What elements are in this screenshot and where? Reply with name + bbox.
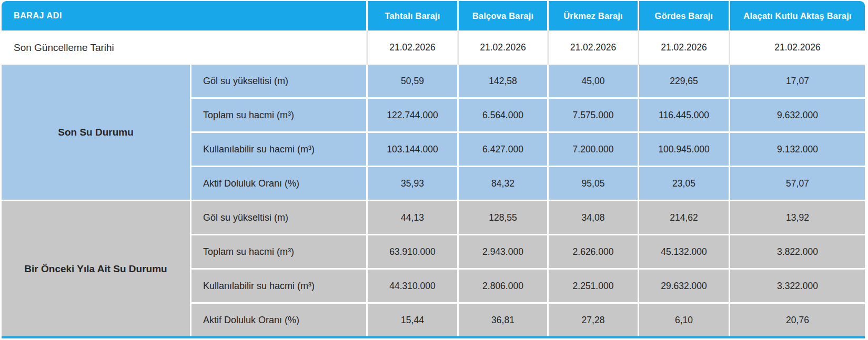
value-cell: 128,55 <box>459 201 547 234</box>
value-cell: 44.310.000 <box>368 270 457 302</box>
date-cell: 21.02.2026 <box>459 30 547 65</box>
value-cell: 3.322.000 <box>730 270 865 302</box>
header-col-gordes: Gördes Barajı <box>639 1 729 30</box>
value-cell: 50,59 <box>368 65 457 97</box>
section-label-previous: Bir Önceki Yıla Ait Su Durumu <box>2 201 190 336</box>
header-col-alacati: Alaçatı Kutlu Aktaş Barajı <box>730 1 865 30</box>
metric-label: Göl su yükseltisi (m) <box>191 65 366 97</box>
value-cell: 3.822.000 <box>730 235 865 268</box>
value-cell: 44,13 <box>368 201 457 234</box>
value-cell: 116.445.000 <box>639 99 729 131</box>
metric-label: Kullanılabilir su hacmi (m³) <box>191 133 366 166</box>
next-table-header-edge <box>2 336 865 338</box>
section-previous-year: Bir Önceki Yıla Ait Su Durumu Göl su yük… <box>2 201 865 336</box>
value-cell: 27,28 <box>549 304 638 336</box>
section-label-current: Son Su Durumu <box>2 65 190 200</box>
value-cell: 63.910.000 <box>368 235 457 268</box>
metric-label: Göl su yükseltisi (m) <box>191 201 366 234</box>
value-cell: 95,05 <box>549 167 638 200</box>
date-cell: 21.02.2026 <box>549 30 638 65</box>
update-date-label: Son Güncelleme Tarihi <box>2 30 366 65</box>
header-baraj-adi: BARAJ ADI <box>2 1 366 30</box>
date-cell: 21.02.2026 <box>730 30 865 65</box>
value-cell: 6,10 <box>639 304 729 336</box>
value-cell: 214,62 <box>639 201 729 234</box>
value-cell: 100.945.000 <box>639 133 729 166</box>
metric-label: Aktif Doluluk Oranı (%) <box>191 167 366 200</box>
value-cell: 17,07 <box>730 65 865 97</box>
value-cell: 2.806.000 <box>459 270 547 302</box>
value-cell: 6.564.000 <box>459 99 547 131</box>
metric-label: Toplam su hacmi (m³) <box>191 99 366 131</box>
value-cell: 20,76 <box>730 304 865 336</box>
value-cell: 34,08 <box>549 201 638 234</box>
value-cell: 45.132.000 <box>639 235 729 268</box>
value-cell: 36,81 <box>459 304 547 336</box>
dam-status-table: BARAJ ADI Tahtalı Barajı Balçova Barajı … <box>2 1 865 338</box>
value-cell: 142,58 <box>459 65 547 97</box>
value-cell: 2.943.000 <box>459 235 547 268</box>
value-cell: 84,32 <box>459 167 547 200</box>
section-current-status: Son Su Durumu Göl su yükseltisi (m) 50,5… <box>2 65 865 200</box>
value-cell: 9.632.000 <box>730 99 865 131</box>
value-cell: 29.632.000 <box>639 270 729 302</box>
value-cell: 45,00 <box>549 65 638 97</box>
metric-label: Toplam su hacmi (m³) <box>191 235 366 268</box>
value-cell: 6.427.000 <box>459 133 547 166</box>
value-cell: 2.626.000 <box>549 235 638 268</box>
value-cell: 122.744.000 <box>368 99 457 131</box>
value-cell: 2.251.000 <box>549 270 638 302</box>
update-date-row: Son Güncelleme Tarihi 21.02.2026 21.02.2… <box>2 30 865 65</box>
value-cell: 15,44 <box>368 304 457 336</box>
metric-label: Kullanılabilir su hacmi (m³) <box>191 270 366 302</box>
value-cell: 35,93 <box>368 167 457 200</box>
value-cell: 229,65 <box>639 65 729 97</box>
date-cell: 21.02.2026 <box>639 30 729 65</box>
header-col-balcova: Balçova Barajı <box>459 1 547 30</box>
value-cell: 57,07 <box>730 167 865 200</box>
value-cell: 9.132.000 <box>730 133 865 166</box>
value-cell: 7.575.000 <box>549 99 638 131</box>
table-header-row: BARAJ ADI Tahtalı Barajı Balçova Barajı … <box>2 1 865 30</box>
metric-label: Aktif Doluluk Oranı (%) <box>191 304 366 336</box>
header-col-tahtali: Tahtalı Barajı <box>368 1 457 30</box>
value-cell: 7.200.000 <box>549 133 638 166</box>
value-cell: 103.144.000 <box>368 133 457 166</box>
date-cell: 21.02.2026 <box>368 30 457 65</box>
value-cell: 23,05 <box>639 167 729 200</box>
value-cell: 13,92 <box>730 201 865 234</box>
header-col-urkmez: Ürkmez Barajı <box>549 1 638 30</box>
